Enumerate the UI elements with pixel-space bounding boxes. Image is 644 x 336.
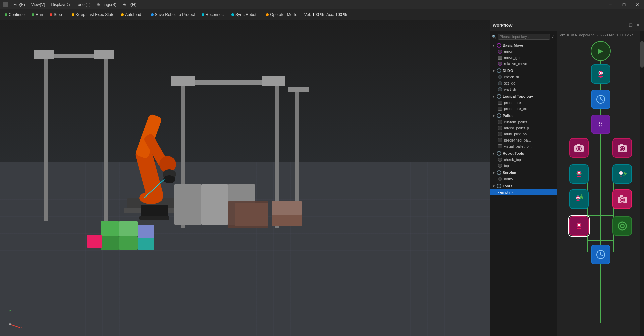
continue-button[interactable]: Continue [2,12,28,18]
node6b-icon [617,194,628,204]
run-dot [32,13,34,16]
autoload-label: Autoload [125,12,141,17]
tree-item-procedure[interactable]: procedure [490,100,557,106]
autoload-button[interactable]: Autoload [118,12,144,18]
procedure-exit-label: procedure_exit [504,107,529,111]
menu-file[interactable]: File(F) [11,2,28,8]
tree-item-empty[interactable]: <empty> [490,189,557,195]
svg-rect-8 [171,76,195,86]
operator-mode-button[interactable]: Operator Mode [263,12,300,18]
reconnect-dot [202,13,204,16]
svg-rect-60 [577,144,580,146]
workflow-graph[interactable]: Viz_KUKA_depal&pal 2022-09-05 19:10:25 /… [557,31,644,336]
node-1[interactable]: + [591,64,610,84]
menu-display[interactable]: Display(D) [48,2,72,8]
run-button[interactable]: Run [29,12,46,18]
relative-move-icon [498,62,502,66]
tools-label: Tools [503,184,513,188]
save-robot-button[interactable]: Save Robot To Project [148,12,198,18]
svg-rect-7 [171,80,285,85]
svg-rect-2 [34,54,114,58]
node-7b[interactable] [612,216,632,236]
tree-item-tcp[interactable]: tcp [490,163,557,169]
node7b-icon [616,220,628,232]
tree-group-header-pallet[interactable]: ▼ Pallet [490,112,557,119]
tree-group-header-di-do[interactable]: ▼ DI DO [490,67,557,74]
node-4a[interactable] [569,138,589,158]
tree-item-set-do[interactable]: set_do [490,80,557,86]
tree-group-header-tools[interactable]: ▼ Tools [490,183,557,189]
empty-label: <empty> [498,190,513,194]
tree-item-check-di[interactable]: check_di [490,74,557,80]
tree-group-header-robot-tools[interactable]: ▼ Robot Tools [490,150,557,157]
svg-text:Z: Z [9,310,11,313]
basic-move-label: Basic Move [503,43,523,47]
node-2[interactable]: + [591,90,610,109]
graph-scrollbar[interactable] [640,31,644,336]
tree-item-move[interactable]: move [490,49,557,55]
sync-robot-button[interactable]: Sync Robot [229,12,259,18]
procedure-label: procedure [504,101,521,105]
save-dot [151,13,154,16]
node-6a[interactable] [569,189,589,209]
tree-group-header-basic-move[interactable]: ▼ Basic Move [490,42,557,49]
maximize-button[interactable]: □ [617,0,631,9]
menu-help[interactable]: Help(H) [120,2,139,8]
tree-group-header-logical[interactable]: ▼ Logical Topology [490,93,557,100]
axis-indicator: Z X [7,309,23,329]
tree-item-notify[interactable]: notify [490,176,557,182]
workflow-expand-button[interactable]: ❐ [627,22,634,29]
window-controls: − □ ✕ [604,0,644,9]
tree-item-procedure-exit[interactable]: procedure_exit [490,106,557,112]
sync-dot [231,13,234,16]
minimize-button[interactable]: − [604,0,617,9]
app-icon [3,2,8,7]
floor [0,162,490,336]
svg-point-63 [621,147,624,150]
node-6b[interactable] [612,189,632,209]
tree-group-header-service[interactable]: ▼ Service [490,169,557,176]
multi-pick-label: multi_pick_pall... [504,132,531,136]
close-button[interactable]: ✕ [631,0,644,9]
group-icon-tools [497,184,501,188]
node-5a[interactable] [569,164,589,184]
keep-last-exec-button[interactable]: Keep Last Exec State [69,12,117,18]
node-5b[interactable] [612,164,632,184]
reconnect-button[interactable]: Reconnect [199,12,227,18]
acc-label: Acc. [326,12,334,17]
tool-tree[interactable]: 🔍 ✓ ▼ Basic Move move [490,31,557,336]
node4b-icon [617,143,628,153]
menu-view[interactable]: View(V) [29,2,48,8]
relative-move-label: relative_move [504,62,527,66]
workflow-content: 🔍 ✓ ▼ Basic Move move [490,31,644,336]
titlebar: File(F) View(V) Display(D) Tools(T) Sett… [0,0,644,9]
stop-button[interactable]: Stop [47,12,65,18]
svg-rect-3 [34,50,54,59]
move-label: move [504,50,513,54]
tree-item-mixed-pallet[interactable]: mixed_pallet_p... [490,125,557,131]
tree-item-custom-pallet[interactable]: custom_pallet_... [490,119,557,125]
workflow-close-button[interactable]: ✕ [635,22,641,29]
tree-item-visual-pallet[interactable]: visual_pallet_p... [490,143,557,149]
search-confirm-icon[interactable]: ✓ [551,34,555,39]
3d-scene: Z X [0,20,490,336]
tree-item-multi-pick[interactable]: multi_pick_pall... [490,131,557,137]
menu-settings[interactable]: Settings(S) [94,2,119,8]
play-node[interactable]: ▶ [591,41,611,61]
node-8[interactable]: + [591,245,610,264]
tree-item-move-grid[interactable]: move_grid [490,55,557,61]
scrollbar-thumb[interactable] [640,41,644,68]
node-4b[interactable] [612,138,632,158]
menu-tools[interactable]: Tools(T) [73,2,93,8]
tree-item-relative-move[interactable]: relative_move [490,61,557,67]
tree-item-check-tcp[interactable]: check_tcp [490,157,557,163]
node-3[interactable]: 12 34 [591,115,610,134]
svg-point-81 [578,224,580,226]
node-7a[interactable] [569,216,589,236]
tree-item-wait-di[interactable]: wait_di [490,86,557,92]
tree-item-predefined[interactable]: predefined_pa... [490,137,557,143]
group-icon-pallet [497,113,501,118]
search-input[interactable] [498,34,550,40]
viewport[interactable]: Z X [0,20,490,336]
set-do-icon [498,81,502,85]
